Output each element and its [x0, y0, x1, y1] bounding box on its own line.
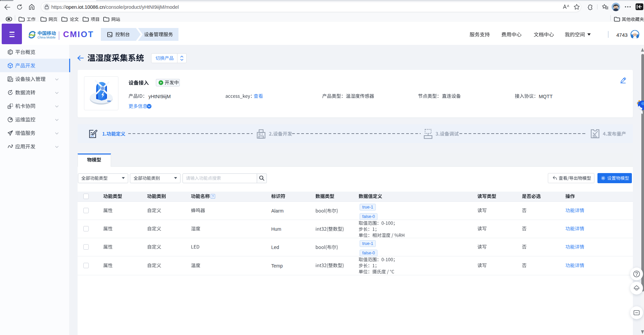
svg-text:CMIOT: CMIOT [63, 30, 94, 39]
svg-text:?: ? [212, 194, 214, 198]
